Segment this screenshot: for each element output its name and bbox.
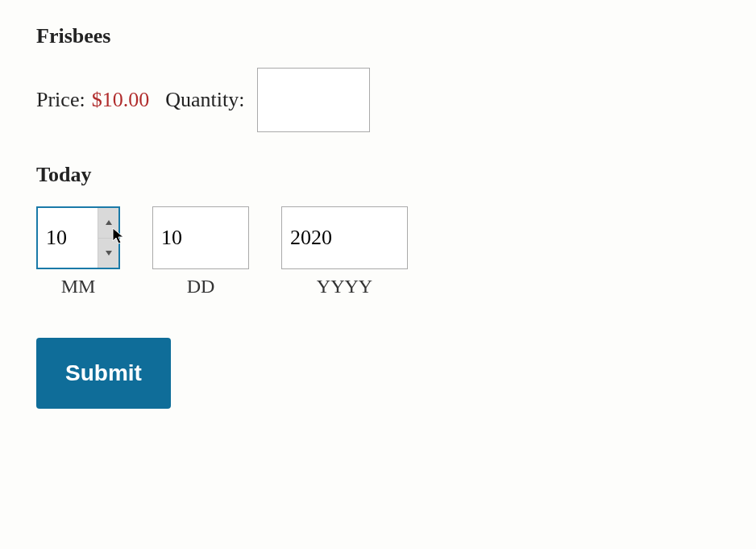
date-month-col: MM: [36, 206, 120, 297]
spinner-down-button[interactable]: [98, 239, 118, 268]
submit-button[interactable]: Submit: [36, 338, 171, 409]
day-input[interactable]: [153, 207, 248, 268]
quantity-input[interactable]: [257, 68, 370, 132]
year-sublabel: YYYY: [317, 276, 372, 297]
chevron-down-icon: [105, 250, 113, 256]
day-sublabel: DD: [187, 276, 215, 297]
chevron-up-icon: [105, 219, 113, 226]
date-month-wrap: [36, 206, 120, 269]
price-value: $10.00: [92, 88, 150, 112]
month-sublabel: MM: [61, 276, 96, 297]
price-label: Price:: [36, 88, 85, 112]
month-input[interactable]: [38, 208, 98, 268]
date-day-wrap: [152, 206, 249, 269]
price-quantity-row: Price: $10.00 Quantity:: [36, 68, 720, 132]
date-heading: Today: [36, 163, 720, 187]
date-day-col: DD: [152, 206, 249, 297]
month-spinner: [98, 208, 118, 268]
date-year-col: YYYY: [281, 206, 408, 297]
date-row: MM DD YYYY: [36, 206, 720, 297]
date-year-wrap: [281, 206, 408, 269]
year-input[interactable]: [282, 207, 407, 268]
quantity-label: Quantity:: [165, 88, 244, 112]
product-title: Frisbees: [36, 24, 720, 48]
spinner-up-button[interactable]: [98, 208, 118, 239]
